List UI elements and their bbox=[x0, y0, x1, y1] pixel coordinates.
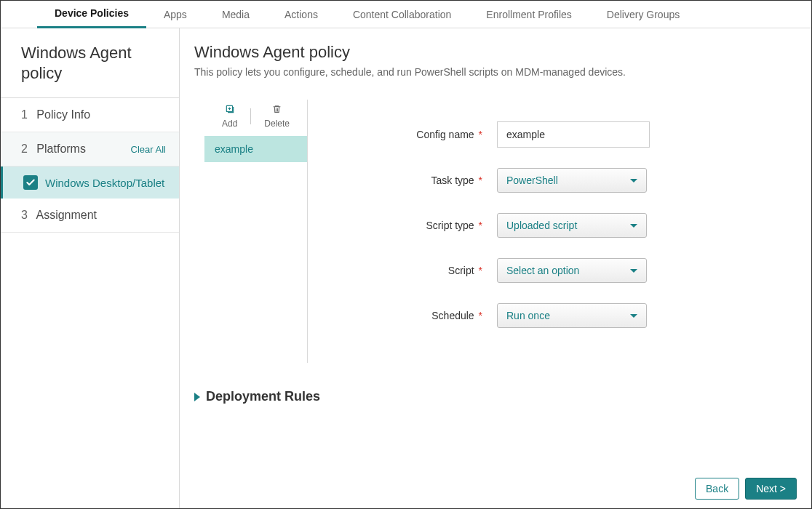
deployment-rules-toggle[interactable]: Deployment Rules bbox=[194, 389, 797, 404]
tab-actions[interactable]: Actions bbox=[267, 1, 335, 28]
clear-all-link[interactable]: Clear All bbox=[131, 144, 166, 155]
delete-button[interactable]: Delete bbox=[251, 104, 303, 129]
sidebar: Windows Agent policy 1 Policy Info 2 Pla… bbox=[1, 28, 180, 508]
step-label: Platforms bbox=[36, 143, 86, 155]
config-form: Config name * Task type * PowerShell bbox=[308, 100, 797, 363]
config-name-input[interactable] bbox=[497, 121, 650, 148]
caret-right-icon bbox=[194, 393, 200, 401]
delete-label: Delete bbox=[264, 119, 290, 129]
script-type-select[interactable]: Uploaded script bbox=[497, 213, 647, 238]
step-platforms[interactable]: 2 Platforms Clear All bbox=[1, 132, 179, 167]
step-label: Policy Info bbox=[36, 108, 90, 121]
task-type-value: PowerShell bbox=[506, 175, 558, 186]
tab-enrollment-profiles[interactable]: Enrollment Profiles bbox=[469, 1, 589, 28]
config-list-item[interactable]: example bbox=[204, 136, 307, 162]
tab-media[interactable]: Media bbox=[204, 1, 267, 28]
footer-buttons: Back Next > bbox=[695, 478, 797, 500]
deployment-rules-title: Deployment Rules bbox=[206, 389, 320, 404]
content-area: Windows Agent policy This policy lets yo… bbox=[180, 28, 811, 508]
config-toolbar: Add Delete bbox=[204, 100, 307, 136]
back-button[interactable]: Back bbox=[695, 478, 739, 500]
tab-delivery-groups[interactable]: Delivery Groups bbox=[589, 1, 697, 28]
add-icon bbox=[225, 104, 235, 116]
script-type-value: Uploaded script bbox=[506, 220, 577, 231]
schedule-value: Run once bbox=[506, 310, 550, 321]
script-type-label: Script type * bbox=[322, 220, 497, 231]
schedule-label: Schedule * bbox=[322, 310, 497, 321]
page-title: Windows Agent policy bbox=[194, 43, 797, 62]
schedule-select[interactable]: Run once bbox=[497, 303, 647, 328]
tab-device-policies[interactable]: Device Policies bbox=[37, 1, 146, 28]
script-value: Select an option bbox=[506, 265, 579, 276]
step-number: 2 bbox=[21, 143, 28, 155]
config-name-label: Config name * bbox=[322, 129, 497, 140]
platform-windows-desktop-tablet[interactable]: Windows Desktop/Tablet bbox=[1, 167, 179, 199]
chevron-down-icon bbox=[630, 224, 637, 228]
chevron-down-icon bbox=[630, 179, 637, 183]
script-select[interactable]: Select an option bbox=[497, 258, 647, 283]
step-policy-info[interactable]: 1 Policy Info bbox=[1, 98, 179, 132]
add-button[interactable]: Add bbox=[209, 104, 250, 129]
chevron-down-icon bbox=[630, 314, 637, 318]
page-description: This policy lets you configure, schedule… bbox=[194, 66, 797, 78]
task-type-label: Task type * bbox=[322, 175, 497, 186]
checkbox-checked-icon[interactable] bbox=[23, 175, 38, 190]
platform-label: Windows Desktop/Tablet bbox=[45, 177, 164, 189]
step-assignment[interactable]: 3 Assignment bbox=[1, 199, 179, 233]
config-list-panel: Add Delete example bbox=[204, 100, 308, 363]
sidebar-title: Windows Agent policy bbox=[1, 28, 179, 98]
task-type-select[interactable]: PowerShell bbox=[497, 168, 647, 193]
tab-content-collaboration[interactable]: Content Collaboration bbox=[335, 1, 469, 28]
chevron-down-icon bbox=[630, 269, 637, 273]
trash-icon bbox=[272, 104, 282, 116]
step-label: Assignment bbox=[36, 209, 97, 221]
script-label: Script * bbox=[322, 265, 497, 276]
next-button[interactable]: Next > bbox=[745, 478, 797, 500]
tab-apps[interactable]: Apps bbox=[146, 1, 204, 28]
top-tabs: Device Policies Apps Media Actions Conte… bbox=[1, 1, 811, 28]
add-label: Add bbox=[222, 119, 237, 129]
step-number: 3 bbox=[21, 209, 28, 221]
step-number: 1 bbox=[21, 108, 28, 121]
